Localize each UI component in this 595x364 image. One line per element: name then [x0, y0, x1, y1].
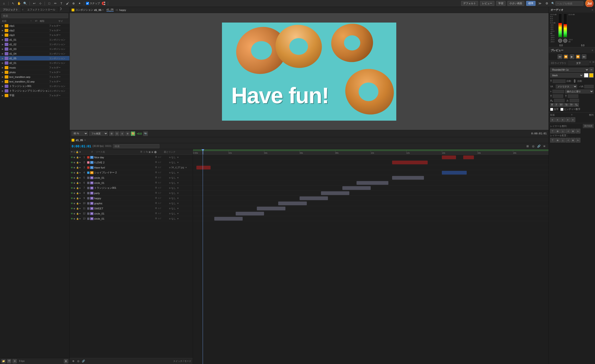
- lock-icon[interactable]: 🔒: [76, 182, 79, 184]
- metrics-select[interactable]: メトリクス: [556, 85, 577, 89]
- layer-parent[interactable]: ⊕ なし ▼: [169, 212, 192, 215]
- hand-icon[interactable]: ✋: [16, 1, 22, 6]
- layer-parent[interactable]: ⊕ なし ▼: [169, 176, 192, 179]
- vis-eye-icon[interactable]: 👁: [70, 182, 73, 184]
- project-item[interactable]: ▶トランジションプリコンポジションコンポジション: [0, 89, 70, 93]
- la-right-btn[interactable]: ⊢: [576, 129, 580, 133]
- project-item[interactable]: ▶平面フォルダー: [0, 93, 70, 98]
- step-back-btn[interactable]: ⏪: [564, 54, 568, 59]
- scale-v-input[interactable]: 100 %: [568, 94, 578, 98]
- transform-icon[interactable]: ⊹: [38, 1, 43, 6]
- justify-btn[interactable]: ≡: [566, 117, 570, 122]
- solo-icon[interactable]: ◉: [73, 202, 76, 205]
- layer-row[interactable]: 👁 ◉ 🔒 ★ 1 T Nice day 卒 ☆ / ⊕ なし ▼: [70, 155, 193, 160]
- workspace-small-btn[interactable]: 小さい画面: [507, 1, 524, 6]
- solo-icon[interactable]: ◉: [73, 177, 76, 179]
- project-item[interactable]: ▶d1_05コンポジション: [0, 56, 70, 61]
- lock-icon[interactable]: 🔒: [76, 192, 79, 194]
- viewer-tab-d1-05[interactable]: d1_05: [106, 8, 114, 12]
- lock-icon[interactable]: 🔒: [76, 166, 79, 169]
- text-menu-icon[interactable]: ≡: [588, 61, 592, 66]
- timeline-menu-icon[interactable]: ≡: [84, 139, 86, 141]
- solo-icon[interactable]: ◉: [73, 207, 76, 210]
- fill-color-swatch[interactable]: [589, 73, 594, 78]
- solo-icon[interactable]: ◉: [73, 161, 76, 164]
- rotate-icon[interactable]: ↩: [32, 1, 37, 6]
- motion-tool[interactable]: ≋: [542, 144, 547, 149]
- workspace-learn-btn[interactable]: 学習: [496, 1, 505, 6]
- layer-parent[interactable]: ⊕ なし ▼: [169, 202, 192, 205]
- project-search-input[interactable]: [1, 14, 68, 18]
- safe-zone-icon[interactable]: ⊡: [115, 131, 119, 136]
- camera-icon[interactable]: 📷: [143, 131, 148, 136]
- effect-control-tab[interactable]: エフェクトコントロール: [24, 7, 58, 12]
- solo-icon[interactable]: ◉: [73, 218, 76, 220]
- layer-parent[interactable]: ⊕ なし ▼: [169, 192, 192, 195]
- dist-bot-btn[interactable]: ⊥: [560, 138, 565, 143]
- solo-icon[interactable]: ◉: [73, 182, 76, 184]
- align-right-btn[interactable]: ≡: [560, 117, 565, 122]
- solo-icon[interactable]: ◉: [73, 187, 76, 189]
- zoom-icon[interactable]: 🔍: [22, 1, 28, 6]
- dist-left-btn[interactable]: ⊣: [566, 138, 570, 143]
- font-select[interactable]: Rounded M+ 1c: [550, 68, 589, 72]
- sub-btn[interactable]: T₂: [574, 103, 579, 107]
- skip-to-start-btn[interactable]: ⏮: [558, 54, 562, 59]
- smallcaps-btn[interactable]: Tr: [564, 103, 568, 107]
- allcaps-btn[interactable]: TT: [559, 103, 564, 107]
- project-item[interactable]: ▶d1_03コンポジション: [0, 47, 70, 51]
- solo-icon[interactable]: ◉: [73, 156, 76, 158]
- project-item[interactable]: ▶photoフォルダー: [0, 70, 70, 75]
- dist-right-btn[interactable]: ⊢: [576, 138, 580, 143]
- vis-eye-icon[interactable]: 👁: [70, 166, 73, 169]
- scale-h-input[interactable]: 100 %: [553, 94, 563, 98]
- layer-row[interactable]: 👁 ◉ 🔒 ★ 13 ⊕ circle_01 卒 ☆ / ⊕ なし ▼: [70, 216, 193, 221]
- tl-footer-icon2[interactable]: ◎: [76, 359, 80, 363]
- text-tab[interactable]: 文字: [569, 61, 589, 66]
- pointer-icon[interactable]: ↖: [10, 1, 15, 6]
- layer-row[interactable]: 👁 ◉ 🔒 ★ 4 ★ シェイプレイヤー 2 卒 ☆ / ⊕ なし ▼: [70, 170, 193, 175]
- layer-row[interactable]: 👁 ◉ 🔒 ★ 10 ⊕ graphic 卒 ☆ / ⊕ なし ▼: [70, 201, 193, 206]
- channel-icon[interactable]: ⊕: [125, 131, 130, 136]
- project-item[interactable]: ▶clip3フォルダー: [0, 33, 70, 37]
- new-comp-icon[interactable]: 🎬: [7, 359, 11, 363]
- vis-eye-icon[interactable]: 👁: [70, 161, 73, 164]
- pen-icon[interactable]: ✏: [53, 1, 58, 6]
- la-bottom-btn[interactable]: ⊥: [560, 129, 565, 133]
- track-bar[interactable]: [392, 161, 428, 164]
- more-workspaces-icon[interactable]: ≫: [537, 1, 542, 6]
- lock-icon[interactable]: 🔒: [76, 207, 79, 210]
- project-item[interactable]: ▶text_trandition_02.aepフォルダー: [0, 79, 70, 84]
- zoom-select[interactable]: 85 % 100 % 50 %: [71, 131, 88, 136]
- step-forward-btn[interactable]: ⏩: [576, 54, 580, 59]
- track-bar[interactable]: [257, 207, 285, 210]
- lock-icon[interactable]: 🔒: [76, 213, 79, 215]
- layer-row[interactable]: 👁 ◉ 🔒 ★ 7 ⊕ トランジション001 卒 ☆ / ⊕ なし ▼: [70, 186, 193, 191]
- project-item[interactable]: ▶clip1フォルダー: [0, 23, 70, 28]
- stroke-color-swatch[interactable]: [584, 73, 588, 78]
- vis-eye-icon[interactable]: 👁: [70, 156, 73, 159]
- tracking-input[interactable]: -40: [584, 85, 594, 88]
- text-icon[interactable]: T: [59, 1, 64, 6]
- solo-icon[interactable]: ◉: [73, 213, 76, 215]
- quality-select[interactable]: フル画質 半分: [89, 131, 108, 136]
- meter-knob-left[interactable]: [558, 39, 562, 43]
- workspace-review-btn[interactable]: レビュー: [480, 1, 494, 6]
- layer-parent[interactable]: ⊕ なし ▼: [169, 171, 192, 174]
- audio-menu-icon[interactable]: ≡: [592, 9, 593, 11]
- layer-row[interactable]: 👁 ◉ 🔒 ★ 2 T I LOVE 2 卒 ☆ / ⊕ なし ▼: [70, 160, 193, 165]
- tsukuri-input[interactable]: 0 %: [570, 99, 579, 102]
- project-item[interactable]: ▶clip2フォルダー: [0, 28, 70, 33]
- layer-parent[interactable]: ⊕ 34_d_07.jpg ▼: [169, 166, 192, 169]
- workspace-standard-btn[interactable]: 標準: [526, 1, 536, 6]
- lock-icon[interactable]: 🔒: [76, 156, 79, 158]
- help-search-input[interactable]: [555, 1, 583, 6]
- track-bar[interactable]: [321, 191, 349, 195]
- rect-icon[interactable]: □: [47, 1, 52, 6]
- sort-icon[interactable]: ↑: [30, 20, 35, 23]
- settings-footer-icon[interactable]: ⚙: [13, 359, 17, 363]
- super-btn[interactable]: T²: [569, 103, 574, 107]
- vis-eye-icon[interactable]: 👁: [70, 187, 73, 189]
- solo-icon[interactable]: ◉: [73, 192, 76, 194]
- tl-footer-icon1[interactable]: ⊕: [71, 359, 75, 363]
